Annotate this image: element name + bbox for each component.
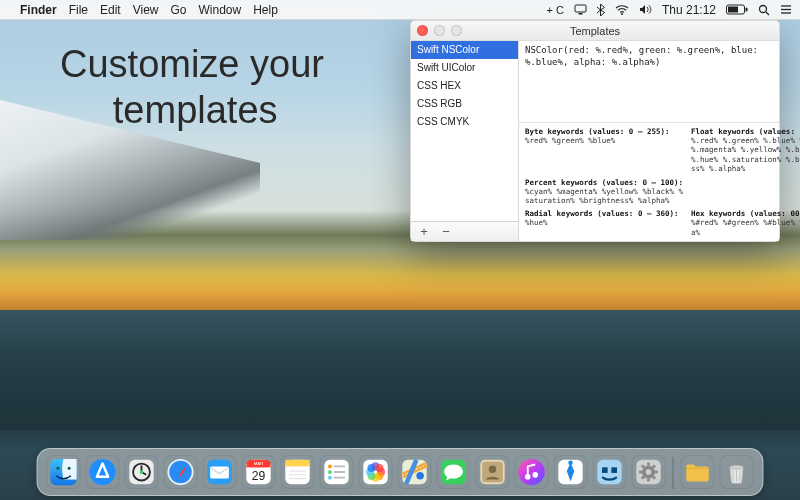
templates-window[interactable]: Templates Swift NSColorSwift UIColorCSS … bbox=[410, 20, 780, 242]
svg-point-34 bbox=[328, 465, 332, 469]
bluetooth-icon[interactable] bbox=[597, 4, 605, 16]
dock-item-messages[interactable] bbox=[437, 455, 471, 489]
notification-center-icon[interactable] bbox=[780, 4, 792, 15]
svg-point-35 bbox=[328, 470, 332, 474]
svg-rect-22 bbox=[210, 466, 229, 478]
svg-text:29: 29 bbox=[252, 469, 266, 483]
svg-point-56 bbox=[518, 459, 544, 485]
status-plus-c[interactable]: + C bbox=[547, 4, 564, 16]
template-list[interactable]: Swift NSColorSwift UIColorCSS HEXCSS RGB… bbox=[411, 41, 518, 221]
dock-separator bbox=[673, 457, 674, 489]
app-menu[interactable]: Finder bbox=[20, 3, 57, 17]
svg-text:MAR: MAR bbox=[254, 461, 263, 466]
dock-item-app-store[interactable] bbox=[86, 455, 120, 489]
template-item[interactable]: Swift UIColor bbox=[411, 59, 518, 77]
svg-point-13 bbox=[68, 467, 71, 470]
menubar-clock[interactable]: Thu 21:12 bbox=[662, 3, 716, 17]
template-item[interactable]: CSS HEX bbox=[411, 77, 518, 95]
svg-rect-74 bbox=[647, 463, 650, 466]
menu-edit[interactable]: Edit bbox=[100, 3, 121, 17]
svg-rect-4 bbox=[746, 8, 748, 12]
desktop: Finder File Edit View Go Window Help + C… bbox=[0, 0, 800, 500]
menu-window[interactable]: Window bbox=[199, 3, 242, 17]
window-close-button[interactable] bbox=[417, 25, 428, 36]
keyword-group-body: %.red% %.green% %.blue% %.cyan% %.magent… bbox=[691, 136, 800, 174]
keyword-group: Float keywords (values: 0 – 1):%.red% %.… bbox=[691, 127, 800, 174]
svg-rect-5 bbox=[728, 7, 738, 13]
dock[interactable]: MAR29 bbox=[37, 448, 764, 496]
dock-item-safari[interactable] bbox=[164, 455, 198, 489]
dock-item-finder[interactable] bbox=[47, 455, 81, 489]
add-template-button[interactable]: + bbox=[417, 225, 431, 239]
dock-item-itunes[interactable] bbox=[515, 455, 549, 489]
dock-item-color-picker[interactable] bbox=[554, 455, 588, 489]
svg-point-36 bbox=[328, 476, 332, 480]
keyword-group-title: Byte keywords (values: 0 – 255): bbox=[525, 127, 683, 136]
svg-point-61 bbox=[568, 460, 573, 465]
svg-point-12 bbox=[56, 467, 59, 470]
dock-item-system-preferences[interactable] bbox=[632, 455, 666, 489]
svg-point-54 bbox=[489, 465, 497, 473]
volume-icon[interactable] bbox=[639, 4, 652, 15]
svg-rect-68 bbox=[655, 471, 658, 474]
keyword-group-title: Percent keywords (values: 0 – 100): bbox=[525, 178, 683, 187]
menubar: Finder File Edit View Go Window Help + C… bbox=[0, 0, 800, 20]
dock-item-trash[interactable] bbox=[720, 455, 754, 489]
dock-item-photos[interactable] bbox=[359, 455, 393, 489]
svg-point-6 bbox=[760, 5, 767, 12]
dock-item-calendar[interactable]: MAR29 bbox=[242, 455, 276, 489]
window-title: Templates bbox=[570, 25, 620, 37]
keyword-group: Percent keywords (values: 0 – 100):%cyan… bbox=[525, 178, 683, 206]
svg-rect-1 bbox=[578, 13, 582, 15]
keywords-reference: Byte keywords (values: 0 – 255):%red% %g… bbox=[519, 123, 779, 241]
keyword-group-title: Hex keywords (values: 00 – FF): bbox=[691, 209, 800, 218]
svg-point-76 bbox=[730, 465, 743, 469]
display-icon[interactable] bbox=[574, 4, 587, 15]
keyword-group-body: %hue% bbox=[525, 218, 683, 227]
keyword-group-body: %cyan% %magenta% %yellow% %black% %satur… bbox=[525, 187, 683, 206]
svg-point-19 bbox=[169, 461, 192, 484]
template-item[interactable]: Swift NSColor bbox=[411, 41, 518, 59]
dock-item-reminders[interactable] bbox=[320, 455, 354, 489]
menu-view[interactable]: View bbox=[133, 3, 159, 17]
dock-item-downloads[interactable] bbox=[681, 455, 715, 489]
keyword-group: Radial keywords (values: 0 – 360):%hue% bbox=[525, 209, 683, 237]
svg-point-50 bbox=[416, 472, 424, 480]
menu-file[interactable]: File bbox=[69, 3, 88, 17]
svg-rect-64 bbox=[611, 467, 617, 473]
window-minimize-button bbox=[434, 25, 445, 36]
template-code-area[interactable]: NSColor(red: %.red%, green: %.green%, bl… bbox=[519, 41, 779, 123]
keyword-group: Hex keywords (values: 00 – FF):%#red% %#… bbox=[691, 209, 800, 237]
menu-help[interactable]: Help bbox=[253, 3, 278, 17]
battery-icon[interactable] bbox=[726, 4, 748, 15]
svg-rect-70 bbox=[647, 479, 650, 482]
dock-item-activity-monitor[interactable] bbox=[125, 455, 159, 489]
window-zoom-button bbox=[451, 25, 462, 36]
svg-rect-29 bbox=[285, 460, 309, 467]
keyword-group-title: Radial keywords (values: 0 – 360): bbox=[525, 209, 683, 218]
dock-item-contacts[interactable] bbox=[476, 455, 510, 489]
svg-point-2 bbox=[621, 13, 623, 15]
wifi-icon[interactable] bbox=[615, 5, 629, 15]
remove-template-button[interactable]: − bbox=[439, 225, 453, 239]
keyword-group-title: Float keywords (values: 0 – 1): bbox=[691, 127, 800, 136]
template-item[interactable]: CSS CMYK bbox=[411, 113, 518, 131]
sidebar-footer: + − bbox=[411, 221, 518, 241]
svg-point-17 bbox=[140, 470, 144, 474]
svg-line-7 bbox=[766, 12, 769, 15]
dock-item-maps[interactable] bbox=[398, 455, 432, 489]
keyword-group: Byte keywords (values: 0 – 255):%red% %g… bbox=[525, 127, 683, 174]
template-item[interactable]: CSS RGB bbox=[411, 95, 518, 113]
dock-item-notes[interactable] bbox=[281, 455, 315, 489]
menu-go[interactable]: Go bbox=[171, 3, 187, 17]
dock-item-mail[interactable] bbox=[203, 455, 237, 489]
window-titlebar[interactable]: Templates bbox=[411, 21, 779, 41]
svg-point-67 bbox=[646, 469, 652, 475]
svg-rect-63 bbox=[602, 467, 608, 473]
keyword-group bbox=[691, 178, 800, 206]
spotlight-icon[interactable] bbox=[758, 4, 770, 16]
keyword-group-body: %#red% %#green% %#blue% %#alpha% bbox=[691, 218, 800, 237]
templates-sidebar: Swift NSColorSwift UIColorCSS HEXCSS RGB… bbox=[411, 41, 519, 241]
dock-item-pixel-picker[interactable] bbox=[593, 455, 627, 489]
svg-rect-72 bbox=[639, 471, 642, 474]
